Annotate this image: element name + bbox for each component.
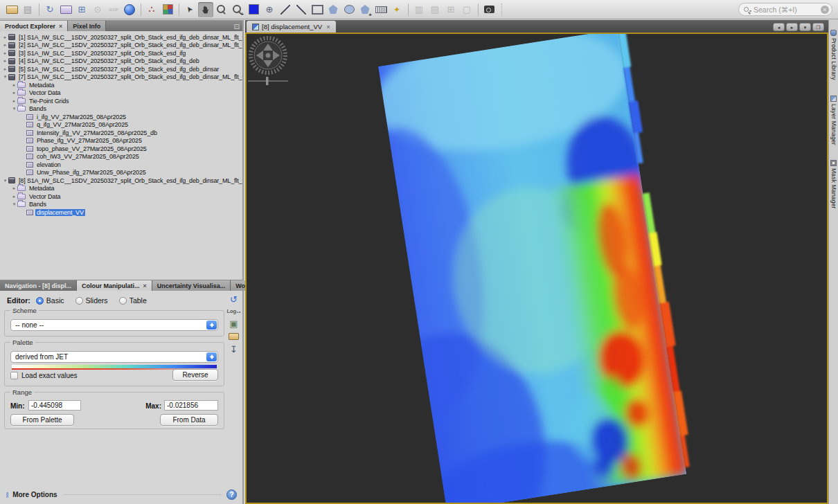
expand-chevron-icon[interactable]: ▸	[2, 66, 8, 72]
tree-row[interactable]: topo_phase_VV_27Mar2025_08Apr2025	[0, 145, 242, 153]
tab-colour-manipulati-[interactable]: Colour Manipulati...×	[77, 280, 152, 291]
tile-horizontally-icon[interactable]: ▥	[411, 2, 427, 17]
tab-pixel-info[interactable]: Pixel Info	[68, 21, 106, 31]
tree-row[interactable]: ▸[5] S1A_IW_SLC__1SDV_20250327_split_Orb…	[0, 65, 242, 73]
expand-chevron-icon[interactable]: ▾	[11, 106, 17, 111]
tab-uncertainty-visualisa-[interactable]: Uncertainty Visualisa...	[152, 280, 231, 291]
search-clear-icon[interactable]: ×	[821, 6, 829, 14]
tree-row[interactable]: Unw_Phase_ifg_27Mar2025_08Apr2025	[0, 169, 242, 177]
tree-item-label[interactable]: Unw_Phase_ifg_27Mar2025_08Apr2025	[35, 169, 148, 176]
tree-item-label[interactable]: [2] S1A_IW_SLC__1SDV_20250327_split_Orb_…	[17, 42, 242, 48]
reset-palette-icon[interactable]: ↺	[230, 295, 238, 304]
session-icon[interactable]: ↻	[42, 2, 57, 17]
help-icon[interactable]: ?	[226, 489, 237, 500]
tree-row[interactable]: ▸[4] S1A_IW_SLC__1SDV_20250327_split_Orb…	[0, 57, 242, 66]
tree-item-label[interactable]: Bands	[28, 105, 48, 112]
polygon-tool-icon[interactable]	[326, 2, 341, 17]
expand-chevron-icon[interactable]: ▾	[2, 178, 8, 183]
tree-row[interactable]: ▸Metadata	[0, 185, 242, 193]
expand-chevron-icon[interactable]: ▸	[11, 82, 17, 88]
close-icon[interactable]: ×	[59, 23, 62, 30]
gcp-tool-icon[interactable]: ⊕	[262, 2, 277, 17]
radio-icon[interactable]	[119, 297, 127, 305]
tree-item-label[interactable]: [5] S1A_IW_SLC__1SDV_20250327_split_Orb_…	[17, 66, 220, 73]
polyline-tool-icon[interactable]	[294, 2, 309, 17]
reverse-button[interactable]: Reverse	[172, 369, 218, 381]
scheme-select[interactable]: -- none --	[10, 319, 218, 331]
tree-item-label[interactable]: [3] S1A_IW_SLC__1SDV_20250327_split_Orb_…	[17, 50, 187, 57]
tree-item-label[interactable]: [1] S1A_IW_SLC__1SDV_20250327_split_Orb_…	[17, 34, 242, 41]
wkt-import-icon[interactable]: +	[357, 2, 373, 17]
float-window-icon[interactable]: ⊡	[234, 23, 242, 31]
radio-icon[interactable]	[75, 297, 83, 305]
tree-row[interactable]: Phase_ifg_VV_27Mar2025_08Apr2025	[0, 137, 242, 145]
tab-navigation-8-displ-[interactable]: Navigation - [8] displ...	[0, 280, 77, 291]
tree-row[interactable]: ▸Vector Data	[0, 192, 242, 201]
expand-chevron-icon[interactable]: ▸	[2, 42, 8, 48]
tree-item-label[interactable]: elevation	[35, 161, 62, 168]
expand-chevron-icon[interactable]: ▸	[11, 194, 17, 199]
open-palette-icon[interactable]	[229, 333, 239, 340]
zoom-slider-handle[interactable]	[266, 77, 269, 85]
import-palette-icon[interactable]: ▣	[229, 319, 238, 328]
more-options-label[interactable]: More Options	[12, 491, 57, 498]
tree-row[interactable]: ▸[2] S1A_IW_SLC__1SDV_20250327_split_Orb…	[0, 42, 242, 50]
select-tool-icon[interactable]: ➤	[182, 2, 197, 17]
radio-icon[interactable]	[36, 297, 44, 305]
palette-select[interactable]: derived from JET	[10, 351, 218, 363]
close-icon[interactable]: ×	[326, 23, 330, 30]
max-value-field[interactable]: -0.021856	[164, 400, 218, 411]
range-finder-icon[interactable]	[373, 2, 389, 17]
tree-row[interactable]: q_ifg_VV_27Mar2025_08Apr2025	[0, 121, 242, 129]
line-tool-icon[interactable]	[278, 2, 293, 17]
log10-icon[interactable]: Log₁₀	[226, 309, 240, 314]
min-value-field[interactable]: -0.445098	[28, 400, 81, 411]
drawing-color-swatch[interactable]	[246, 2, 261, 17]
search-input[interactable]: ▾ Search (⌘+I) ×	[738, 3, 832, 16]
navigation-compass[interactable]	[248, 35, 288, 89]
ellipse-tool-icon[interactable]	[341, 2, 357, 17]
import-vector-icon[interactable]	[58, 2, 73, 17]
tree-item-label[interactable]: q_ifg_VV_27Mar2025_08Apr2025	[35, 121, 130, 128]
tab-scroll-left-button[interactable]: ◂	[773, 23, 785, 31]
dock-tab-mask-manager[interactable]: Mask Manager	[830, 160, 837, 209]
tile-evenly-icon[interactable]: ⊞	[443, 2, 458, 17]
tree-row[interactable]: displacement_VV	[0, 208, 242, 217]
expand-chevron-icon[interactable]: ▸	[11, 98, 17, 104]
pin-placing-tool-icon[interactable]: +	[230, 2, 245, 17]
pixel-matrix-icon[interactable]	[160, 2, 175, 17]
tree-item-label[interactable]: Metadata	[28, 82, 55, 89]
subset-icon[interactable]: ⊞	[74, 2, 89, 17]
tree-item-label[interactable]: Tie-Point Grids	[28, 98, 70, 105]
expand-chevron-icon[interactable]: ▸	[11, 90, 17, 96]
expand-chevron-icon[interactable]: ▾	[2, 74, 8, 80]
expand-chevron-icon[interactable]: ▾	[11, 201, 17, 207]
tree-row[interactable]: ▾Bands	[0, 201, 242, 209]
tree-item-label[interactable]: Intensity_ifg_VV_27Mar2025_08Apr2025_db	[35, 129, 159, 136]
close-icon[interactable]: ×	[143, 282, 147, 289]
zoom-tool-icon[interactable]	[214, 2, 229, 17]
save-product-icon[interactable]: ▤	[20, 2, 35, 17]
tree-item-label[interactable]: Metadata	[28, 185, 55, 192]
tree-item-label[interactable]: [8] S1A_IW_SLC__1SDV_20250327_split_Orb_…	[17, 177, 242, 184]
tile-single-icon[interactable]: ▢	[459, 2, 474, 17]
tree-item-label[interactable]: Vector Data	[28, 193, 62, 200]
tree-item-label[interactable]: topo_phase_VV_27Mar2025_08Apr2025	[35, 145, 148, 152]
magic-wand-icon[interactable]: ✦	[389, 2, 404, 17]
tree-item-label[interactable]: Phase_ifg_VV_27Mar2025_08Apr2025	[35, 137, 143, 144]
tree-row[interactable]: ▸Vector Data	[0, 89, 242, 98]
tab-product-explorer[interactable]: Product Explorer×	[0, 21, 68, 31]
tree-row[interactable]: ▸[1] S1A_IW_SLC__1SDV_20250327_split_Orb…	[0, 33, 242, 42]
graph-builder-icon[interactable]: ∴	[144, 2, 159, 17]
expand-chevron-icon[interactable]: ▸	[11, 186, 17, 191]
tab-scroll-right-button[interactable]: ▸	[786, 23, 798, 31]
pin-manager-icon[interactable]: ⊙	[90, 2, 105, 17]
from-palette-button[interactable]: From Palette	[10, 414, 74, 426]
maximize-view-button[interactable]: ❐	[812, 23, 824, 31]
displacement-raster[interactable]	[348, 34, 694, 504]
tree-item-label[interactable]: Vector Data	[28, 89, 62, 96]
tree-item-label[interactable]: coh_IW3_VV_27Mar2025_08Apr2025	[35, 153, 141, 160]
load-exact-values-checkbox[interactable]	[10, 372, 18, 379]
image-canvas[interactable]	[245, 33, 828, 504]
open-product-icon[interactable]	[4, 2, 19, 17]
